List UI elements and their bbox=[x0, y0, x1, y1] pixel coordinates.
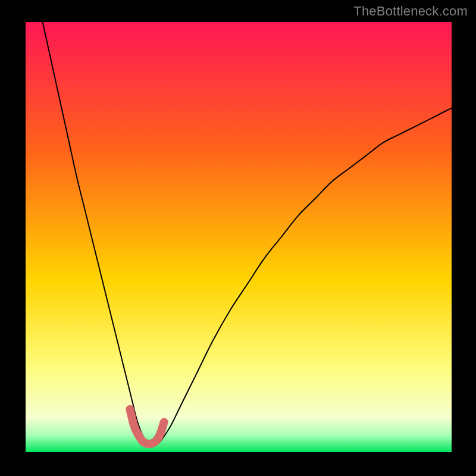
chart-stage: TheBottleneck.com bbox=[0, 0, 476, 476]
watermark-text: TheBottleneck.com bbox=[353, 4, 468, 19]
chart-plot-area bbox=[26, 22, 452, 452]
